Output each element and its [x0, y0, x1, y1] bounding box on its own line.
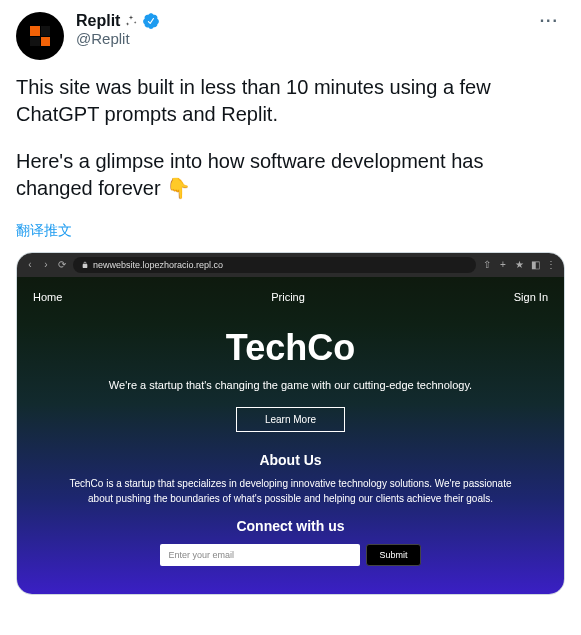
site-preview: Home Pricing Sign In TechCo We're a star… [17, 277, 564, 594]
forward-icon: › [41, 260, 51, 270]
point-down-emoji: 👇 [166, 175, 191, 202]
avatar[interactable] [16, 12, 64, 60]
learn-more-button[interactable]: Learn More [236, 407, 345, 432]
translate-link[interactable]: 翻译推文 [16, 222, 565, 240]
tweet-paragraph-1: This site was built in less than 10 minu… [16, 74, 565, 128]
nav-pricing[interactable]: Pricing [271, 291, 305, 303]
site-nav: Home Pricing Sign In [31, 287, 550, 315]
more-button[interactable]: ··· [534, 12, 565, 30]
submit-button[interactable]: Submit [366, 544, 420, 566]
hero-title: TechCo [31, 327, 550, 369]
author-handle[interactable]: @Replit [76, 30, 160, 47]
verified-badge-icon [142, 12, 160, 30]
nav-home[interactable]: Home [33, 291, 62, 303]
replit-logo-icon [30, 26, 50, 46]
tweet-paragraph-2: Here's a glimpse into how software devel… [16, 148, 565, 202]
about-text: TechCo is a startup that specializes in … [61, 476, 521, 506]
menu-icon: ⋮ [546, 260, 556, 270]
reload-icon: ⟳ [57, 260, 67, 270]
tweet-header: Replit @Replit ··· [16, 12, 565, 60]
back-icon: ‹ [25, 260, 35, 270]
plus-icon: + [498, 260, 508, 270]
tweet-body: This site was built in less than 10 minu… [16, 74, 565, 202]
extension-icon: ◧ [530, 260, 540, 270]
author-name[interactable]: Replit [76, 12, 120, 30]
url-text: newwebsite.lopezhoracio.repl.co [93, 260, 223, 270]
hero-tagline: We're a startup that's changing the game… [31, 379, 550, 391]
connect-heading: Connect with us [31, 518, 550, 534]
connect-form: Submit [31, 544, 550, 566]
address-bar: newwebsite.lopezhoracio.repl.co [73, 257, 476, 273]
star-icon: ★ [514, 260, 524, 270]
lock-icon [81, 261, 89, 269]
about-heading: About Us [31, 452, 550, 468]
sparkle-icon [124, 14, 138, 28]
nav-signin[interactable]: Sign In [514, 291, 548, 303]
share-icon: ⇧ [482, 260, 492, 270]
chrome-actions: ⇧ + ★ ◧ ⋮ [482, 260, 556, 270]
browser-chrome: ‹ › ⟳ newwebsite.lopezhoracio.repl.co ⇧ … [17, 253, 564, 277]
email-field[interactable] [160, 544, 360, 566]
author-block: Replit @Replit [76, 12, 160, 47]
tweet-container: Replit @Replit ··· This site was built i… [0, 0, 581, 607]
media-card: ‹ › ⟳ newwebsite.lopezhoracio.repl.co ⇧ … [16, 252, 565, 595]
